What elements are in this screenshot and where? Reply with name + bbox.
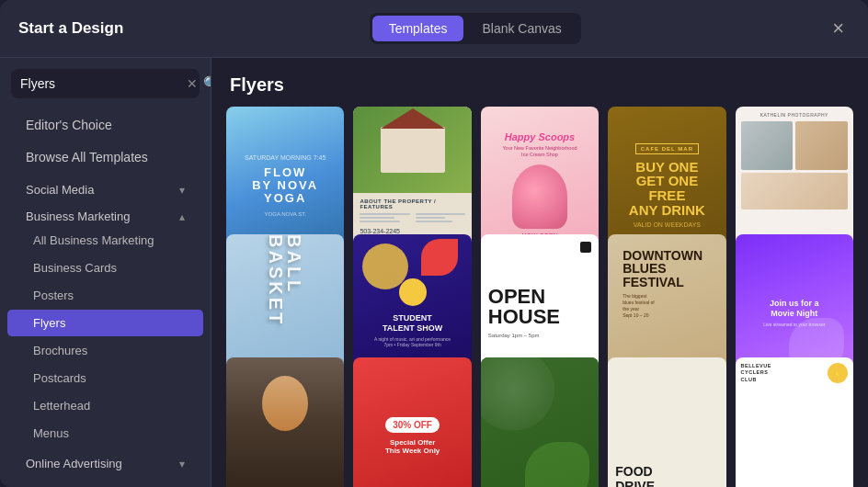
movie-sub: Live streamed to your browser	[763, 322, 825, 327]
chevron-down-icon: ▾	[179, 458, 185, 470]
yoga-date: SATURDAY MORNING 7:45	[245, 154, 326, 161]
movie-title: Join us for aMovie Night	[770, 299, 819, 319]
sidebar-item-posters[interactable]: Posters	[7, 282, 203, 309]
openhouse-indicator	[580, 242, 591, 253]
photo-img-3	[741, 173, 848, 210]
content-title: Flyers	[211, 58, 868, 107]
scoops-ice-cream	[512, 164, 567, 229]
photo-header: KATHELIN PHOTOGRAPHY	[741, 112, 848, 118]
sidebar-item-all-business[interactable]: All Business Marketing	[7, 227, 203, 254]
search-input[interactable]	[20, 76, 181, 91]
tab-templates[interactable]: Templates	[372, 16, 464, 41]
sidebar-item-browse-all[interactable]: Browse All Templates	[7, 142, 203, 173]
tab-blank-canvas[interactable]: Blank Canvas	[465, 16, 577, 41]
photo-img-2	[795, 121, 848, 170]
person-face	[226, 357, 344, 487]
sidebar-section-business-marketing[interactable]: Business Marketing ▴	[7, 200, 203, 227]
chevron-down-icon: ▾	[179, 184, 185, 197]
cafe-logo: CAFE DEL MAR	[635, 143, 699, 154]
fooddrive-title: FoodDriveFor	[615, 465, 718, 487]
sale-badge: 30% OFF	[385, 417, 440, 433]
modal-header: Start a Design Templates Blank Canvas ×	[0, 0, 868, 58]
modal-title: Start a Design	[18, 19, 123, 38]
cafe-sub: Valid on weekdays	[634, 221, 701, 228]
sidebar-item-brochures[interactable]: Brochures	[7, 337, 203, 364]
close-button[interactable]: ×	[827, 17, 850, 40]
sidebar-item-business-cards[interactable]: Business Cards	[7, 255, 203, 281]
openhouse-time: Saturday 1pm – 5pm	[488, 333, 540, 338]
sidebar-item-letterhead[interactable]: Letterhead	[7, 392, 203, 419]
yoga-location: YOGA NOVA ST.	[265, 211, 306, 217]
sidebar-item-menus[interactable]: Menus	[7, 420, 203, 447]
search-clear-icon[interactable]: ✕	[187, 76, 198, 91]
talent-shape	[421, 239, 458, 276]
chevron-up-icon: ▴	[179, 210, 185, 223]
main-content: Flyers SATURDAY MORNING 7:45 FLOWBY NOVA…	[211, 58, 868, 487]
house-details	[360, 213, 464, 224]
search-box: ✕ 🔍	[11, 69, 200, 98]
template-card-cyclers[interactable]: BellevueCyclersClub ⭐ 🌿	[736, 357, 853, 487]
sidebar-item-flyers[interactable]: Flyers	[7, 310, 203, 336]
openhouse-title: OPENHOUSE	[488, 287, 560, 327]
sale-text: Special OfferThis Week Only	[385, 438, 440, 455]
house-title: ABOUT THE PROPERTY / FEATURES	[360, 198, 464, 210]
modal-body: ✕ 🔍 Editor's Choice Browse All Templates…	[0, 58, 868, 487]
yoga-title: FLOWBY NOVAYOGA	[252, 166, 318, 206]
template-card-fooddrive[interactable]: FoodDriveFor	[608, 357, 725, 487]
search-icon[interactable]: 🔍	[203, 75, 211, 92]
sidebar-item-editors-choice[interactable]: Editor's Choice	[7, 109, 203, 141]
sidebar-section-label: Business Marketing	[26, 210, 130, 223]
sidebar-section-social-media[interactable]: Social Media ▾	[7, 174, 203, 200]
talent-title: StudentTalent Show	[383, 313, 442, 334]
modal-container: Start a Design Templates Blank Canvas × …	[0, 0, 868, 487]
scoops-title: Happy Scoops	[505, 131, 575, 142]
photo-img-1	[741, 121, 794, 170]
blues-sub: The biggestblues festival ofthe yearSept…	[622, 293, 711, 319]
tab-group: Templates Blank Canvas	[370, 13, 581, 44]
blues-title: DOWNTOWNBLUESFESTIVAL	[622, 249, 711, 289]
house-image	[353, 107, 471, 193]
template-card-redsale[interactable]: 30% OFF Special OfferThis Week Only	[353, 357, 471, 487]
talent-instrument	[399, 278, 427, 306]
sidebar-section-label: Social Media	[26, 183, 94, 197]
scoops-sub: Your New Favorite NeighborhoodIce Cream …	[502, 145, 577, 158]
person-head	[262, 376, 308, 431]
sidebar: ✕ 🔍 Editor's Choice Browse All Templates…	[0, 58, 211, 487]
talent-sub: A night of music, art and performance7pm…	[374, 336, 451, 347]
cafe-promo: BUY ONEGET ONEFREEANY DRINK	[629, 160, 705, 218]
sidebar-section-online-advertising[interactable]: Online Advertising ▾	[7, 447, 203, 474]
template-card-person[interactable]	[226, 357, 344, 487]
sidebar-section-label: Online Advertising	[26, 457, 122, 470]
sidebar-item-postcards[interactable]: Postcards	[7, 365, 203, 391]
template-card-leaves[interactable]	[481, 357, 599, 487]
templates-grid: SATURDAY MORNING 7:45 FLOWBY NOVAYOGA YO…	[211, 107, 868, 487]
